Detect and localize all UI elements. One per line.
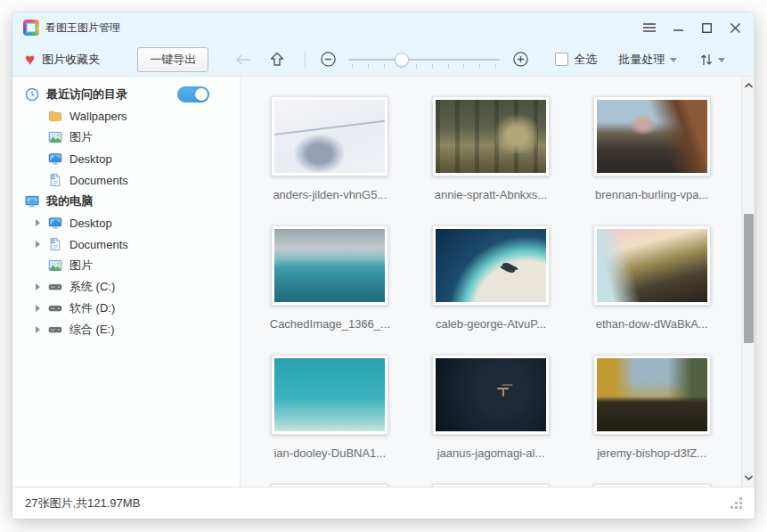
expand-arrow-icon[interactable] [36,241,40,248]
back-arrow-icon [236,54,251,65]
sidebar-item-desktop[interactable]: Desktop [12,212,240,233]
scroll-down-button[interactable] [742,471,755,485]
gallery-item-name: ethan-dow-dWaBkA... [596,317,708,331]
window-title: 看图王图片管理 [45,20,120,36]
thumbnail [593,484,711,487]
zoom-out-button[interactable] [316,48,339,71]
gallery-item-name: anders-jilden-vhnG5... [273,188,387,201]
select-all-checkbox[interactable] [555,53,568,66]
batch-process-label: 批量处理 [618,52,665,68]
sidebar-item-desktop-recent[interactable]: Desktop [12,148,240,169]
gallery-item-name: ian-dooley-DuBNA1... [273,446,386,460]
thumbnail [271,225,388,306]
sidebar-item-label: 综合 (E:) [69,322,115,338]
export-button[interactable]: 一键导出 [137,47,208,72]
minus-circle-icon [321,52,336,67]
picture-icon [48,258,62,273]
thumbnail [432,355,550,435]
maximize-button[interactable] [692,16,721,39]
gallery-item-name: brennan-burling-vpa... [595,188,708,201]
sidebar-item-pictures-recent[interactable]: 图片 [12,127,240,148]
sidebar-item-pictures[interactable]: 图片 [12,255,240,276]
select-all-control[interactable]: 全选 [555,52,597,68]
main-area: 最近访问的目录 Wallpapers 图片 Desktop [12,77,755,487]
gallery-item[interactable]: jaanus-jagomagi-al... [424,355,558,484]
close-icon [730,23,740,33]
back-button[interactable] [230,48,257,71]
zoom-in-button[interactable] [509,48,532,71]
titlebar: 看图王图片管理 [12,12,755,43]
expand-arrow-icon[interactable] [36,219,40,226]
gallery-item[interactable]: CachedImage_1366_... [263,225,396,355]
gallery-item-partial[interactable] [585,484,719,487]
favorites-label: 图片收藏夹 [42,52,100,68]
thumbnail [271,96,388,176]
expand-arrow-icon[interactable] [36,283,40,291]
sidebar-item-wallpapers[interactable]: Wallpapers [12,105,240,127]
sidebar-item-label: 软件 (D:) [69,300,115,316]
heart-icon: ♥ [25,51,35,68]
vertical-scrollbar[interactable] [741,77,755,487]
gallery-item-partial[interactable] [424,484,558,487]
gallery-panel: anders-jilden-vhnG5... annie-spratt-Abnk… [241,77,755,487]
status-text: 27张图片,共121.97MB [25,495,140,512]
thumbnail-image [597,229,707,302]
thumbnail-image [274,229,385,302]
scroll-up-button[interactable] [742,78,755,93]
plus-circle-icon [513,52,528,67]
gallery-item[interactable]: ethan-dow-dWaBkA... [585,225,719,355]
scrollbar-thumb[interactable] [744,214,754,343]
home-button[interactable] [264,48,290,71]
sidebar-item-label: Desktop [69,152,112,166]
minimize-icon [673,23,683,32]
gallery-item[interactable]: anders-jilden-vhnG5... [263,96,396,225]
document-icon [48,237,62,251]
resize-grip[interactable] [731,498,742,509]
expand-arrow-icon[interactable] [36,305,40,312]
gallery-item-name: jeremy-bishop-d3fZ... [597,446,706,460]
menu-button[interactable] [635,16,664,39]
chevron-up-icon [745,83,753,88]
gallery-item-partial[interactable] [263,484,396,487]
gallery-item[interactable]: brennan-burling-vpa... [585,96,719,225]
sidebar-item-label: Documents [69,238,128,251]
sidebar-recent-header[interactable]: 最近访问的目录 [12,84,240,105]
maximize-icon [702,23,712,33]
expand-arrow-icon[interactable] [36,326,40,333]
sidebar-item-label: 系统 (C:) [69,279,115,295]
gallery-item-name: jaanus-jagomagi-al... [437,446,545,460]
thumbnail [432,225,550,306]
gallery-item[interactable]: ian-dooley-DuBNA1... [263,355,396,484]
sidebar-item-drive-d[interactable]: 软件 (D:) [12,298,240,319]
gallery-item-name: CachedImage_1366_... [270,317,390,331]
batch-process-button[interactable]: 批量处理 [618,52,677,68]
sidebar-item-documents-recent[interactable]: Documents [12,169,240,191]
slider-handle[interactable] [395,53,409,67]
computer-icon [25,194,39,209]
sidebar-item-label: Wallpapers [69,110,127,123]
monitor-icon [48,151,62,166]
gallery-item-name: annie-spratt-Abnkxs... [435,188,547,201]
sidebar-item-drive-c[interactable]: 系统 (C:) [12,276,240,298]
slider-track[interactable] [348,59,500,61]
select-all-label: 全选 [574,52,597,68]
up-arrow-icon [270,52,284,67]
sidebar-item-drive-e[interactable]: 综合 (E:) [12,319,240,340]
thumbnail [271,484,388,487]
gallery-item[interactable]: caleb-george-AtvuP... [424,225,558,355]
folder-icon [48,109,62,123]
drive-icon [48,301,62,315]
zoom-slider[interactable] [348,48,500,71]
gallery-item[interactable]: annie-spratt-Abnkxs... [424,96,558,225]
statusbar: 27张图片,共121.97MB [12,487,755,519]
drive-icon [48,280,62,294]
sort-button[interactable] [700,53,725,67]
app-logo-icon [23,20,39,36]
minimize-button[interactable] [664,16,692,39]
recent-toggle-switch[interactable] [177,86,209,102]
app-window: 看图王图片管理 ♥ 图片收藏夹 一键导出 [12,12,755,519]
gallery-item[interactable]: jeremy-bishop-d3fZ... [585,355,719,484]
close-button[interactable] [721,16,749,39]
sidebar-computer-header[interactable]: 我的电脑 [12,191,240,212]
sidebar-item-documents[interactable]: Documents [12,233,240,255]
